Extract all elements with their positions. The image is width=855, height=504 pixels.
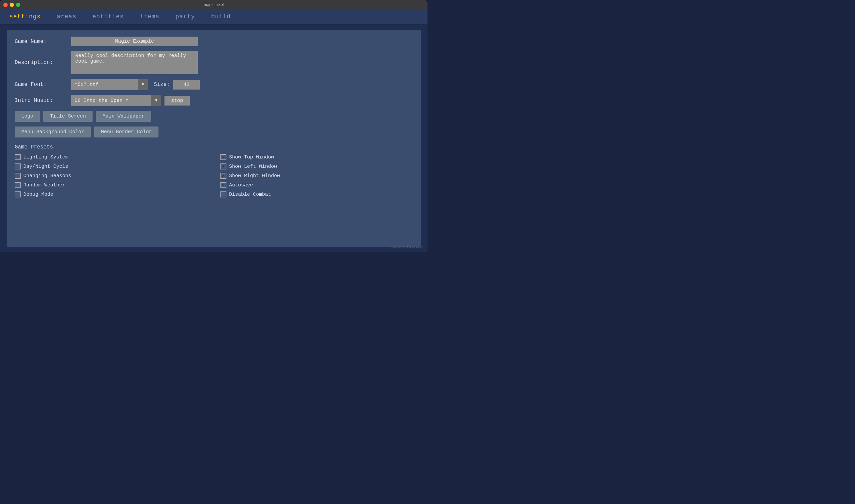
tab-items[interactable]: items bbox=[137, 12, 162, 21]
description-label: Description: bbox=[15, 59, 68, 66]
close-button[interactable] bbox=[3, 3, 8, 7]
description-row: Description: Really cool description for… bbox=[15, 51, 413, 74]
menu-border-color-button[interactable]: Menu Border Color bbox=[94, 126, 159, 138]
preset-label-daynight: Day/Night Cycle bbox=[23, 164, 68, 169]
checkbox-show_right[interactable] bbox=[220, 173, 226, 179]
checkbox-weather[interactable] bbox=[15, 182, 21, 188]
music-row: Intro Music: 06 Into the Open Y ▼ stop bbox=[15, 95, 413, 106]
preset-item-disable_combat[interactable]: Disable Combat bbox=[220, 192, 413, 197]
preset-item-show_right[interactable]: Show Right Window bbox=[220, 173, 413, 179]
checkbox-lighting[interactable] bbox=[15, 154, 21, 160]
stop-button[interactable]: stop bbox=[164, 96, 190, 106]
tab-entities[interactable]: entities bbox=[90, 12, 126, 21]
preset-item-show_top[interactable]: Show Top Window bbox=[220, 154, 413, 160]
menu-bg-color-button[interactable]: Menu Background Color bbox=[15, 126, 91, 138]
preset-item-seasons[interactable]: Changing Seasons bbox=[15, 173, 207, 179]
checkbox-disable_combat[interactable] bbox=[220, 192, 226, 197]
font-dropdown-arrow[interactable]: ▼ bbox=[138, 79, 148, 90]
game-name-row: Game Name: bbox=[15, 37, 413, 46]
checkbox-autosave[interactable] bbox=[220, 182, 226, 188]
game-name-label: Game Name: bbox=[15, 39, 68, 44]
checkbox-show_left[interactable] bbox=[220, 163, 226, 169]
font-row: Game Font: m5x7.ttf ▼ Size: bbox=[15, 79, 413, 90]
size-label: Size: bbox=[154, 82, 170, 88]
presets-title: Game Presets bbox=[15, 144, 413, 150]
music-value: 06 Into the Open Y bbox=[71, 96, 151, 106]
watermark: @BrokenFiction bbox=[392, 245, 422, 249]
preset-item-weather[interactable]: Random Weather bbox=[15, 182, 207, 188]
checkbox-debug[interactable] bbox=[15, 192, 21, 197]
music-label: Intro Music: bbox=[15, 97, 68, 104]
description-input[interactable]: Really cool description for my really co… bbox=[71, 51, 198, 74]
app-body: settings areas entities items party buil… bbox=[0, 9, 427, 252]
tab-bar: settings areas entities items party buil… bbox=[0, 9, 427, 25]
tab-build[interactable]: build bbox=[209, 12, 233, 21]
preset-label-show_right: Show Right Window bbox=[229, 173, 280, 179]
main-wallpaper-button[interactable]: Main Wallpaper bbox=[96, 111, 151, 122]
logo-button[interactable]: Logo bbox=[15, 111, 40, 122]
preset-item-daynight[interactable]: Day/Night Cycle bbox=[15, 163, 207, 169]
maximize-button[interactable] bbox=[16, 3, 20, 7]
game-name-input[interactable] bbox=[71, 37, 198, 46]
preset-item-autosave[interactable]: Autosave bbox=[220, 182, 413, 188]
window-title: -magic pixel- bbox=[202, 2, 225, 7]
tab-areas[interactable]: areas bbox=[54, 12, 79, 21]
minimize-button[interactable] bbox=[10, 3, 14, 7]
checkbox-seasons[interactable] bbox=[15, 173, 21, 179]
title-screen-button[interactable]: Title Screen bbox=[43, 111, 92, 122]
preset-item-lighting[interactable]: Lighting System bbox=[15, 154, 207, 160]
preset-item-show_left[interactable]: Show Left Window bbox=[220, 163, 413, 169]
font-value: m5x7.ttf bbox=[71, 80, 138, 90]
preset-label-weather: Random Weather bbox=[23, 182, 65, 188]
settings-panel: Game Name: Description: Really cool desc… bbox=[7, 30, 421, 247]
size-input[interactable] bbox=[173, 80, 200, 90]
checkbox-show_top[interactable] bbox=[220, 154, 226, 160]
music-select[interactable]: 06 Into the Open Y ▼ bbox=[71, 95, 161, 106]
titlebar: -magic pixel- bbox=[0, 0, 427, 9]
preset-label-show_top: Show Top Window bbox=[229, 155, 274, 160]
preset-label-lighting: Lighting System bbox=[23, 155, 68, 160]
preset-label-show_left: Show Left Window bbox=[229, 164, 277, 169]
tab-settings[interactable]: settings bbox=[7, 12, 43, 21]
preset-label-autosave: Autosave bbox=[229, 182, 253, 188]
preset-item-debug[interactable]: Debug Mode bbox=[15, 192, 207, 197]
preset-label-disable_combat: Disable Combat bbox=[229, 192, 271, 197]
tab-party[interactable]: party bbox=[173, 12, 198, 21]
preset-label-debug: Debug Mode bbox=[23, 192, 53, 197]
app-window: -magic pixel- settings areas entities it… bbox=[0, 0, 427, 252]
checkbox-daynight[interactable] bbox=[15, 163, 21, 169]
music-dropdown-arrow[interactable]: ▼ bbox=[151, 95, 161, 106]
font-select[interactable]: m5x7.ttf ▼ bbox=[71, 79, 148, 90]
presets-grid: Lighting SystemShow Top WindowDay/Night … bbox=[15, 154, 413, 197]
asset-buttons-row: Logo Title Screen Main Wallpaper bbox=[15, 111, 413, 122]
window-controls bbox=[3, 3, 20, 7]
preset-label-seasons: Changing Seasons bbox=[23, 173, 71, 179]
color-buttons-row: Menu Background Color Menu Border Color bbox=[15, 126, 413, 138]
font-label: Game Font: bbox=[15, 82, 68, 88]
